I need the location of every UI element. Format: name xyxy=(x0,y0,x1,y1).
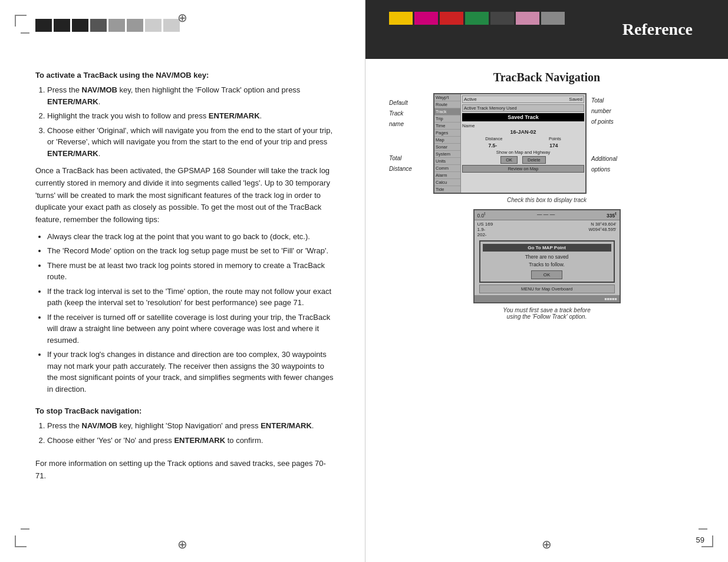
bar-seg-3 xyxy=(72,19,88,32)
right-column: Reference TracBack Navigation Default Tr… xyxy=(365,0,728,562)
rbar-red xyxy=(440,12,463,25)
step-1: Press the NAV/MOB key, then highlight th… xyxy=(47,84,335,107)
crosshair-top: ⊕ xyxy=(177,11,187,25)
bar-seg-2 xyxy=(54,19,70,32)
crosshair-bottom: ⊕ xyxy=(177,537,187,551)
label-total: Total xyxy=(389,153,433,164)
bullet-list: Always clear the track log at the point … xyxy=(47,231,335,395)
name-label: Name xyxy=(462,123,475,128)
bar-seg-4 xyxy=(90,19,107,32)
smr-pages: Pages xyxy=(434,130,460,137)
ss2-status: ■■■■■ xyxy=(604,297,617,301)
label-default: Default xyxy=(389,98,433,108)
ss2-dash: — — — xyxy=(537,211,555,219)
corner-mark-tl xyxy=(15,15,27,27)
ss2-nav-label: MENU for Map Overboard xyxy=(479,285,615,293)
diagram-labels-right: Total number of points Additional option… xyxy=(587,93,640,175)
rbar-lgray xyxy=(541,12,565,25)
smr-time: Time xyxy=(434,123,460,130)
bullet-3: There must be at least two track log poi… xyxy=(47,260,335,283)
ss2-bottom-bar: ■■■■■ xyxy=(475,295,620,302)
dist-points-values: 7.5-174 xyxy=(462,143,584,148)
caption-1: Check this box to display track xyxy=(389,197,704,203)
caption-2: You must first save a track beforeusing … xyxy=(389,307,704,320)
active-saved-row: Active Saved xyxy=(462,95,584,103)
smr-system: System xyxy=(434,151,460,158)
rbar-green xyxy=(465,12,489,25)
stop-step-1: Press the NAV/MOB key, highlight 'Stop N… xyxy=(47,420,335,432)
ok-button[interactable]: OK xyxy=(500,156,518,164)
rbar-yellow xyxy=(389,12,413,25)
smr-alarm: Alarm xyxy=(434,172,460,179)
tracback-nav-title: TracBack Navigation xyxy=(389,71,704,84)
ss2-coords: N 38°49.604' W094°48.595' xyxy=(589,222,617,237)
label-track: Track xyxy=(389,108,433,119)
reference-title: Reference xyxy=(622,20,693,39)
ss2-dialog-msg: There are no savedTracks to follow. xyxy=(483,253,611,269)
step-2: Highlight the track you wish to follow a… xyxy=(47,110,335,122)
ok-delete-row: OK Delete xyxy=(462,156,584,164)
name-row: Name xyxy=(462,123,584,128)
heading-activate: To activate a TracBack using the NAV/MOB… xyxy=(35,71,335,80)
rbar-darkgray xyxy=(490,12,514,25)
saved-label: Saved xyxy=(569,97,582,102)
active-track-mem: Active Track Memory Used xyxy=(462,104,584,112)
bullet-6: If your track log's changes in distance … xyxy=(47,349,335,395)
dist-points-labels: DistancePoints xyxy=(462,136,584,141)
smr-route: Route xyxy=(434,101,460,108)
screen-mockup: Wayp't Route Track Trip Time Pages Map S… xyxy=(433,93,587,194)
ss2-dialog-title: Go To MAP Point xyxy=(483,244,611,252)
bar-seg-5 xyxy=(108,19,125,32)
smr-track: Track xyxy=(434,108,460,115)
smr-units: Units xyxy=(434,158,460,165)
label-number-r: number xyxy=(591,106,640,117)
bar-seg-1 xyxy=(35,19,52,32)
divider-bl xyxy=(21,528,29,530)
ss2-ok-btn-container: OK xyxy=(483,270,611,279)
label-name: name xyxy=(389,119,433,130)
divider-tl xyxy=(21,32,29,34)
delete-button[interactable]: Delete xyxy=(522,156,546,164)
right-header: Reference xyxy=(365,0,728,59)
label-options-r: options xyxy=(591,164,640,175)
rbar-pink xyxy=(516,12,539,25)
smr-tide: Tide xyxy=(434,186,460,193)
label-of-points-r: of points xyxy=(591,117,640,127)
ss2-road: US 169 1.9- 202- xyxy=(477,222,493,237)
bullet-4: If the track log interval is set to the … xyxy=(47,286,335,309)
label-distance: Distance xyxy=(389,164,433,174)
smr-calcu: Calcu xyxy=(434,179,460,186)
step-3: Choose either 'Original', which will nav… xyxy=(47,125,335,160)
screenshot2: 0.0t — — — 335t US 169 1.9- 202- N 38°49… xyxy=(473,209,621,303)
label-additional-r: Additional xyxy=(591,154,640,164)
smr-comm: Comm xyxy=(434,165,460,172)
diagram-labels-left: Default Track name Total Distance xyxy=(389,93,433,174)
ss2-odometer: 0.0t xyxy=(477,211,486,219)
rbar-magenta xyxy=(414,12,438,25)
header-bar-left xyxy=(35,19,180,32)
steps-list-1: Press the NAV/MOB key, then highlight th… xyxy=(47,84,335,159)
page-number: 59 xyxy=(696,535,704,544)
ss2-ok-button[interactable]: OK xyxy=(531,270,563,279)
header-bars-right xyxy=(389,12,565,25)
ss2-road-row: US 169 1.9- 202- N 38°49.604' W094°48.59… xyxy=(475,220,620,239)
right-content: TracBack Navigation Default Track name T… xyxy=(365,59,728,338)
heading-stop: To stop TracBack navigation: xyxy=(35,406,335,415)
divider-br xyxy=(699,528,707,530)
steps-list-2: Press the NAV/MOB key, highlight 'Stop N… xyxy=(47,420,335,446)
review-map-button[interactable]: Review on Map xyxy=(462,165,584,173)
bullet-5: If the receiver is turned off or satelli… xyxy=(47,312,335,346)
ss2-topbar: 0.0t — — — 335t xyxy=(475,210,620,220)
footer-text: For more information on setting up the T… xyxy=(35,458,335,482)
stop-step-2: Choose either 'Yes' or 'No' and press EN… xyxy=(47,435,335,447)
active-label: Active xyxy=(464,97,477,102)
label-total-r: Total xyxy=(591,95,640,106)
date-display: 16-JAN-02 xyxy=(462,129,584,135)
smr-sonar: Sonar xyxy=(434,144,460,151)
saved-track-box: Saved Track xyxy=(462,113,584,121)
screenshot2-container: 0.0t — — — 335t US 169 1.9- 202- N 38°49… xyxy=(473,209,621,303)
bullet-1: Always clear the track log at the point … xyxy=(47,231,335,243)
left-column: ⊕ To activate a TracBack using the NAV/M… xyxy=(0,0,365,562)
smr-waypoint: Wayp't xyxy=(434,94,460,101)
ss2-bearing: 335t xyxy=(607,211,617,219)
